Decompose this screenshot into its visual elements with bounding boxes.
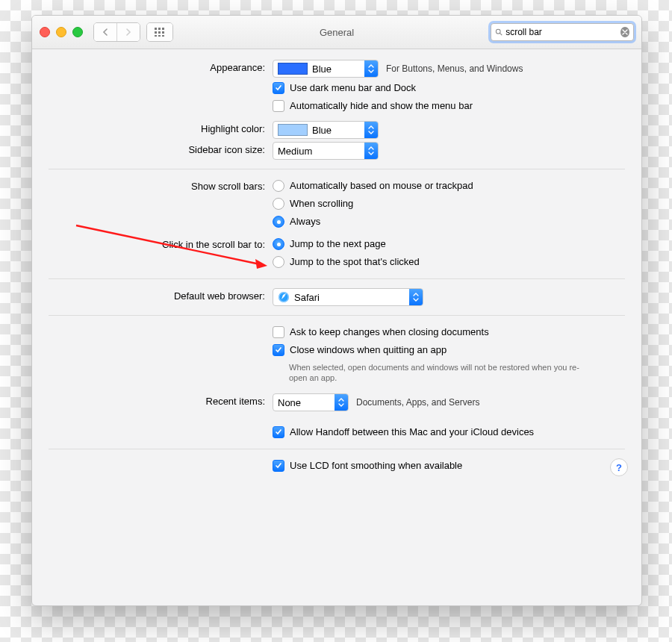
sidebar-size-popup[interactable]: Medium [273,142,379,160]
scrollbars-option-auto[interactable]: Automatically based on mouse or trackpad [273,178,625,193]
scrollbars-option-scrolling[interactable]: When scrolling [273,196,625,211]
highlight-swatch [278,124,308,136]
svg-rect-5 [162,31,164,34]
checkmark-icon [273,82,284,94]
checkmark-icon [273,460,284,472]
highlight-popup[interactable]: Blue [273,121,379,139]
scrollbars-label: Show scroll bars: [49,178,273,195]
appearance-label: Appearance: [49,60,273,76]
autohide-menubar-checkbox[interactable]: Automatically hide and show the menu bar [273,99,625,113]
help-button[interactable]: ? [610,458,628,476]
svg-rect-7 [158,35,161,37]
ask-keep-changes-checkbox[interactable]: Ask to keep changes when closing documen… [273,325,625,340]
checkmark-icon [273,344,284,356]
recent-items-hint: Documents, Apps, and Servers [356,397,479,408]
chevron-updown-icon [364,122,378,138]
click-scroll-jump-spot[interactable]: Jump to the spot that's clicked [273,255,625,269]
scrollbars-option-always[interactable]: Always [273,214,625,229]
appearance-swatch [278,63,308,75]
traffic-lights [40,27,83,37]
search-input[interactable] [503,27,620,37]
show-all-button[interactable] [146,22,173,42]
safari-icon [278,291,290,303]
recent-items-popup[interactable]: None [273,393,349,411]
minimize-icon[interactable] [56,27,66,37]
chevron-updown-icon [364,143,378,159]
search-field[interactable] [491,23,634,41]
click-scroll-next-page[interactable]: Jump to the next page [273,237,625,252]
chevron-updown-icon [335,394,348,411]
close-windows-quit-checkbox[interactable]: Close windows when quitting an app [273,343,625,358]
close-icon[interactable] [40,27,50,37]
svg-rect-1 [158,28,161,30]
forward-button[interactable] [117,23,140,41]
content: Appearance: Blue For Buttons, Menus, and… [32,49,641,488]
checkmark-icon [273,426,284,438]
handoff-checkbox[interactable]: Allow Handoff between this Mac and your … [273,425,625,440]
back-button[interactable] [94,23,117,41]
svg-line-10 [500,33,502,35]
dark-dock-checkbox[interactable]: Use dark menu bar and Dock [273,81,625,96]
browser-label: Default web browser: [49,288,273,305]
highlight-label: Highlight color: [49,121,273,137]
close-windows-help-text: When selected, open documents and window… [289,362,588,383]
nav-back-forward [93,22,140,42]
svg-rect-6 [155,35,157,37]
recent-items-label: Recent items: [49,393,273,410]
svg-rect-8 [162,35,164,37]
search-icon [495,28,503,37]
appearance-hint: For Buttons, Menus, and Windows [386,63,523,74]
lcd-smoothing-checkbox[interactable]: Use LCD font smoothing when available [273,458,625,473]
svg-point-9 [496,29,500,34]
default-browser-popup[interactable]: Safari [273,288,423,306]
svg-rect-0 [155,28,157,30]
chevron-updown-icon [364,60,378,77]
svg-rect-2 [162,28,164,30]
svg-rect-4 [158,31,161,34]
svg-rect-3 [155,31,157,34]
appearance-popup[interactable]: Blue [273,60,379,78]
clear-search-button[interactable] [620,27,629,37]
titlebar: General [32,16,641,49]
preferences-window: General Appearance: Blue [31,15,642,606]
chevron-updown-icon [409,289,423,305]
sidebar-size-label: Sidebar icon size: [49,142,273,158]
click-scroll-label: Click in the scroll bar to: [49,237,273,253]
zoom-icon[interactable] [72,27,83,37]
